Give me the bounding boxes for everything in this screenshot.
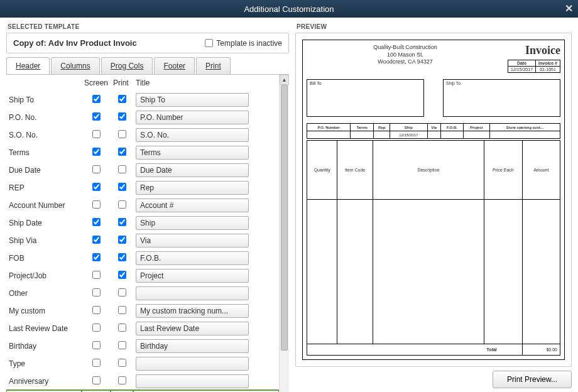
- title-input[interactable]: [136, 93, 249, 107]
- screen-checkbox[interactable]: [92, 324, 101, 332]
- title-input[interactable]: [136, 322, 249, 335]
- print-checkbox[interactable]: [118, 271, 126, 279]
- preview-doc-title: Invoice: [472, 44, 560, 57]
- screen-checkbox[interactable]: [92, 130, 101, 138]
- table-row: Anniversary: [6, 373, 279, 390]
- field-label: My custom: [6, 302, 82, 320]
- tab-print[interactable]: Print: [196, 57, 231, 74]
- print-checkbox[interactable]: [118, 112, 126, 121]
- print-checkbox[interactable]: [118, 359, 126, 367]
- preview-total-label: Total: [484, 344, 522, 356]
- preview-billto-box: Bill To: [307, 79, 424, 117]
- table-row: P.O. No.: [6, 109, 279, 126]
- table-row: Ship Date: [6, 214, 279, 232]
- title-input[interactable]: [136, 111, 249, 124]
- screen-checkbox[interactable]: [92, 112, 101, 121]
- table-row: Last Review Date: [6, 320, 279, 337]
- preview-addr1: 100 Mason St.: [338, 52, 472, 59]
- screen-checkbox[interactable]: [92, 341, 101, 349]
- window-title: Additional Customization: [244, 4, 334, 14]
- title-input[interactable]: [136, 357, 249, 371]
- title-input[interactable]: [136, 216, 249, 230]
- table-row: Other: [6, 285, 279, 302]
- screen-checkbox[interactable]: [92, 253, 101, 261]
- print-checkbox[interactable]: [118, 183, 126, 191]
- title-input[interactable]: [136, 374, 249, 388]
- title-input[interactable]: [136, 286, 249, 300]
- preview-terms-table: P.O. NumberTermsRepShipViaF.O.B.ProjectS…: [307, 123, 560, 139]
- template-inactive-toggle[interactable]: Template is inactive: [205, 39, 282, 48]
- close-icon[interactable]: ✕: [565, 3, 573, 14]
- screen-checkbox[interactable]: [92, 271, 101, 279]
- print-checkbox[interactable]: [118, 341, 126, 349]
- print-checkbox[interactable]: [118, 218, 126, 226]
- print-checkbox[interactable]: [118, 324, 126, 332]
- table-row: REP: [6, 179, 279, 197]
- tab-header[interactable]: Header: [6, 57, 50, 74]
- print-checkbox[interactable]: [118, 253, 126, 261]
- tab-bar: Header Columns Prog Cols Footer Print: [6, 57, 289, 74]
- screen-checkbox[interactable]: [92, 359, 101, 367]
- preview-total-value: $0.00: [522, 344, 560, 356]
- preview-label: PREVIEW: [297, 23, 572, 30]
- screen-checkbox[interactable]: [92, 288, 101, 297]
- scroll-up-icon[interactable]: ▲: [280, 75, 289, 85]
- screen-checkbox[interactable]: [92, 236, 101, 244]
- print-preview-button[interactable]: Print Preview...: [493, 371, 572, 388]
- title-input[interactable]: [136, 269, 249, 283]
- table-row: Account Number: [6, 197, 279, 214]
- field-label: S.O. No.: [6, 126, 82, 144]
- screen-checkbox[interactable]: [92, 183, 101, 191]
- table-row: Project/Job: [6, 267, 279, 285]
- col-header-screen: Screen: [82, 75, 111, 91]
- print-checkbox[interactable]: [118, 236, 126, 244]
- field-label: Anniversary: [6, 373, 82, 390]
- field-label: P.O. No.: [6, 109, 82, 126]
- scroll-thumb[interactable]: [281, 85, 288, 351]
- screen-checkbox[interactable]: [92, 306, 101, 314]
- print-checkbox[interactable]: [118, 200, 126, 209]
- print-checkbox[interactable]: [118, 165, 126, 173]
- field-label: Ship Date: [6, 214, 82, 232]
- print-checkbox[interactable]: [118, 288, 126, 297]
- tab-columns[interactable]: Columns: [51, 57, 99, 74]
- title-input[interactable]: [136, 128, 249, 142]
- table-row: FOB: [6, 249, 279, 267]
- print-checkbox[interactable]: [118, 148, 126, 156]
- field-label: Project/Job: [6, 267, 82, 285]
- table-row: Ship To: [6, 91, 279, 109]
- title-input[interactable]: [136, 234, 249, 248]
- preview-line-table: QuantityItem CodeDescriptionPrice EachAm…: [307, 140, 560, 356]
- window-titlebar: Additional Customization ✕: [0, 0, 578, 18]
- table-row: Type: [6, 355, 279, 373]
- print-checkbox[interactable]: [118, 306, 126, 314]
- fields-table: Screen Print Title Ship ToP.O. No.S.O. N…: [6, 75, 279, 392]
- title-input[interactable]: [136, 304, 249, 318]
- table-row: Birthday: [6, 337, 279, 355]
- vertical-scrollbar[interactable]: ▲ ▼: [279, 75, 289, 392]
- template-inactive-checkbox[interactable]: [205, 39, 213, 47]
- title-input[interactable]: [136, 199, 249, 212]
- screen-checkbox[interactable]: [92, 148, 101, 156]
- preview-shipto-box: Ship To: [443, 79, 560, 117]
- field-label: Type: [6, 355, 82, 373]
- screen-checkbox[interactable]: [92, 218, 101, 226]
- preview-date-table: DateInvoice # 12/15/201701-1051: [508, 60, 560, 73]
- title-input[interactable]: [136, 163, 249, 177]
- field-label: FOB: [6, 249, 82, 267]
- print-checkbox[interactable]: [118, 130, 126, 138]
- template-inactive-label: Template is inactive: [216, 39, 282, 48]
- tab-prog-cols[interactable]: Prog Cols: [101, 57, 153, 74]
- screen-checkbox[interactable]: [92, 200, 101, 209]
- table-row: Terms: [6, 144, 279, 161]
- title-input[interactable]: [136, 181, 249, 195]
- title-input[interactable]: [136, 146, 249, 160]
- title-input[interactable]: [136, 251, 249, 265]
- screen-checkbox[interactable]: [92, 95, 101, 103]
- screen-checkbox[interactable]: [92, 165, 101, 173]
- print-checkbox[interactable]: [118, 376, 126, 384]
- screen-checkbox[interactable]: [92, 376, 101, 384]
- title-input[interactable]: [136, 339, 249, 353]
- tab-footer[interactable]: Footer: [154, 57, 195, 74]
- print-checkbox[interactable]: [118, 95, 126, 103]
